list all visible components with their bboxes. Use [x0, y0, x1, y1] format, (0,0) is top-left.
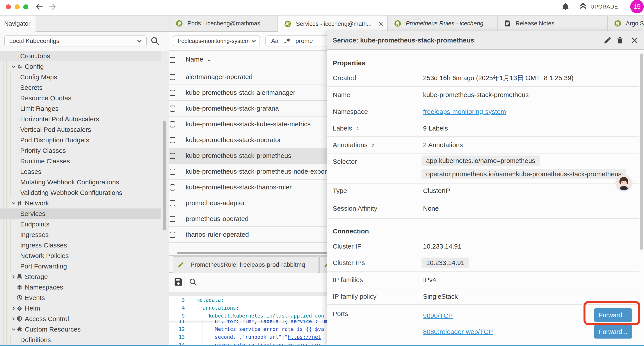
table-row-alertmanager-operated[interactable]: alertmanager-operated	[169, 69, 327, 85]
sidebar-item-resource-quotas[interactable]: Resource Quotas	[0, 93, 161, 103]
edit-pencil-icon[interactable]	[604, 36, 612, 44]
row-checkbox[interactable]	[170, 121, 175, 127]
close-window-button[interactable]	[6, 4, 11, 9]
regex-toggle-icon[interactable]	[283, 37, 291, 45]
upgrade-button[interactable]: UPGRADE	[579, 2, 618, 11]
sidebar-item-validating-webhook-configurations[interactable]: Validating Webhook Configurations	[0, 187, 161, 198]
sidebar-item-limit-ranges[interactable]: Limit Ranges	[0, 103, 161, 114]
name-column-header[interactable]: Name	[186, 56, 203, 63]
notifications-bell-icon[interactable]	[561, 2, 570, 11]
namespace-select[interactable]: freeleaps-monitoring-system	[173, 35, 260, 46]
sidebar-item-network[interactable]: Network	[0, 198, 161, 209]
row-checkbox[interactable]	[170, 184, 175, 191]
service-name-cell: thanos-ruler-operated	[186, 231, 249, 238]
chevron-down-icon[interactable]	[11, 327, 16, 332]
kubeconfig-select[interactable]: Local Kubeconfigs	[4, 35, 147, 46]
sidebar-item-cron-jobs[interactable]: Cron Jobs	[0, 51, 161, 61]
port-link[interactable]: 9090/TCP	[423, 312, 453, 320]
delete-trash-icon[interactable]	[616, 36, 624, 44]
table-row-kube-prometheus-stack-alertmanager[interactable]: kube-prometheus-stack-alertmanager	[169, 85, 327, 101]
row-checkbox[interactable]	[170, 232, 175, 238]
sidebar-item-namespaces[interactable]: Namespaces	[0, 282, 161, 293]
history-forward-button[interactable]	[48, 2, 57, 11]
forward-button[interactable]: Forward...	[594, 325, 632, 339]
sidebar-item-ingresses[interactable]: Ingresses	[0, 230, 161, 240]
sidebar-item-secrets[interactable]: Secrets	[0, 82, 161, 93]
sidebar-item-label: Priority Classes	[20, 147, 66, 154]
sidebar-item-horizontal-pod-autoscalers[interactable]: Horizontal Pod Autoscalers	[0, 114, 161, 124]
table-row-prometheus-adapter[interactable]: prometheus-adapter	[169, 195, 327, 211]
table-row-kube-prometheus-stack-thanos-ruler[interactable]: kube-prometheus-stack-thanos-ruler	[169, 180, 327, 195]
sidebar-item-mutating-webhook-configurations[interactable]: Mutating Webhook Configurations	[0, 177, 161, 187]
table-row-prometheus-operated[interactable]: prometheus-operated	[169, 211, 327, 227]
sidebar-item-storage[interactable]: Storage	[0, 272, 161, 282]
match-case-toggle[interactable]: Aa	[271, 38, 278, 44]
table-row-kube-prometheus-stack-grafana[interactable]: kube-prometheus-stack-grafana	[169, 101, 327, 116]
sidebar-item-ingress-classes[interactable]: Ingress Classes	[0, 240, 161, 251]
row-checkbox[interactable]	[170, 216, 175, 222]
sidebar-item-custom-resources[interactable]: Custom Resources	[0, 324, 161, 335]
zoom-window-button[interactable]	[23, 4, 28, 9]
tab-release-notes[interactable]: Release Notes	[497, 15, 608, 31]
sidebar-item-services[interactable]: Services	[0, 209, 161, 219]
row-checkbox[interactable]	[170, 200, 175, 206]
sidebar-item-priority-classes[interactable]: Priority Classes	[0, 145, 161, 156]
sidebar-item-definitions[interactable]: Definitions	[0, 335, 161, 345]
sidebar-item-helm[interactable]: HELMHelm	[0, 303, 161, 314]
close-icon[interactable]	[630, 36, 639, 44]
chevron-right-icon[interactable]	[11, 316, 16, 322]
row-checkbox[interactable]	[170, 137, 175, 143]
table-row-kube-prometheus-stack-operator[interactable]: kube-prometheus-stack-operator	[169, 132, 327, 148]
sidebar-item-config-maps[interactable]: Config Maps	[0, 72, 161, 82]
sidebar-item-runtime-classes[interactable]: Runtime Classes	[0, 156, 161, 166]
select-all-checkbox[interactable]	[170, 57, 175, 63]
sort-ascending-icon[interactable]	[206, 57, 212, 63]
table-row-kube-prometheus-stack-prometheus[interactable]: kube-prometheus-stack-prometheus	[169, 148, 327, 164]
row-checkbox[interactable]	[170, 74, 175, 80]
notification-count-badge[interactable]: 15	[630, 0, 644, 13]
sidebar-search-icon[interactable]	[150, 36, 160, 45]
chevron-right-icon[interactable]	[11, 306, 16, 311]
table-row-kube-prometheus-stack-kube-state-metrics[interactable]: kube-prometheus-stack-kube-state-metrics	[169, 116, 327, 132]
minimize-window-button[interactable]	[15, 4, 20, 9]
sidebar-scrollbar-thumb[interactable]	[163, 121, 166, 230]
tab-pods-icecheng-mathmas[interactable]: Pods - icecheng@mathmas...	[169, 15, 278, 31]
sidebar-item-network-policies[interactable]: Network Policies	[0, 251, 161, 261]
sort-toggle-icon[interactable]	[355, 126, 360, 131]
editor-search-icon[interactable]	[188, 278, 197, 286]
dock-tab-next[interactable]	[319, 256, 327, 273]
sidebar-item-config[interactable]: Config	[0, 61, 161, 72]
sort-toggle-icon[interactable]	[370, 142, 376, 148]
namespace-select-value: freeleaps-monitoring-system	[178, 38, 250, 44]
chevron-right-icon[interactable]	[11, 274, 16, 280]
tab-prometheus-rules-icecheng[interactable]: Prometheus Rules - icecheng...	[387, 15, 497, 31]
sidebar-item-pod-disruption-budgets[interactable]: Pod Disruption Budgets	[0, 135, 161, 145]
chevron-down-icon[interactable]	[11, 200, 16, 206]
sidebar-item-port-forwarding[interactable]: Port Forwarding	[0, 261, 161, 272]
sidebar-item-leases[interactable]: Leases	[0, 166, 161, 177]
row-checkbox[interactable]	[170, 153, 175, 159]
dock-tab-prometheusrule[interactable]: PrometheusRule: freeleaps-prod-rabbitmq	[173, 256, 318, 273]
table-row-kube-prometheus-stack-prometheus-node-exporter[interactable]: kube-prometheus-stack-prometheus-node-ex…	[169, 164, 327, 180]
chevron-down-icon[interactable]	[11, 64, 16, 69]
drawer-scrollbar-thumb[interactable]	[640, 53, 643, 250]
save-icon[interactable]	[174, 277, 184, 287]
row-checkbox[interactable]	[170, 106, 175, 112]
namespace-link[interactable]: freeleaps-monitoring-system	[423, 108, 506, 115]
sidebar-item-endpoints[interactable]: Endpoints	[0, 219, 161, 230]
history-back-button[interactable]	[35, 2, 44, 11]
close-tab-icon[interactable]	[378, 20, 384, 27]
row-checkbox[interactable]	[170, 90, 175, 96]
yaml-editor[interactable]: 118", for: "1m", labels :{ service : "m1…	[169, 296, 327, 346]
tab-argo-se[interactable]: Argo Se	[608, 15, 644, 31]
sidebar-item-access-control[interactable]: Access Control	[0, 314, 161, 324]
sidebar-item-events[interactable]: Events	[0, 293, 161, 303]
sidebar-item-vertical-pod-autoscalers[interactable]: Vertical Pod Autoscalers	[0, 124, 161, 135]
tab-services-icecheng-math[interactable]: Services - icecheng@math...	[278, 15, 387, 32]
table-row-thanos-ruler-operated[interactable]: thanos-ruler-operated	[169, 227, 327, 243]
port-link[interactable]: 8080:reloader-web/TCP	[423, 328, 493, 336]
table-horizontal-scrollbar-thumb[interactable]	[177, 252, 327, 254]
row-checkbox[interactable]	[170, 169, 175, 175]
sidebar-item-label: Secrets	[20, 84, 42, 91]
avatar[interactable]	[616, 175, 631, 190]
